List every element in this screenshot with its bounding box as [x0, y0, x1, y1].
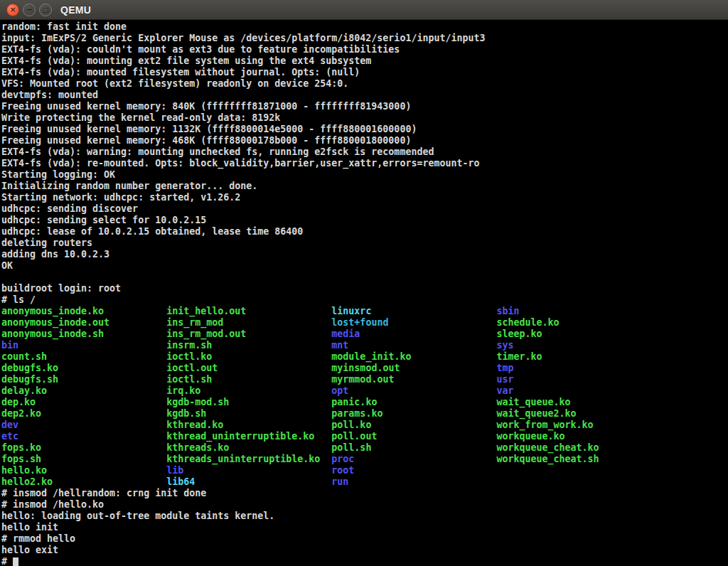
console-line: input: ImExPS/2 Generic Explorer Mouse a… [1, 33, 728, 44]
file-entry: kthread.ko [166, 420, 331, 430]
file-entry: bin [1, 340, 166, 351]
console-line: EXT4-fs (vda): mounting ext2 file system… [1, 55, 728, 67]
maximize-icon: □ [43, 6, 49, 14]
file-entry: usr [497, 374, 662, 385]
file-entry: poll.out [331, 431, 496, 442]
ls-output-row: dep.ko kgdb-mod.sh panic.ko wait_queue.k… [1, 397, 728, 408]
console-line: devtmpfs: mounted [1, 90, 728, 101]
file-entry: insrm.sh [166, 340, 331, 351]
file-entry: poll.ko [331, 420, 496, 430]
file-entry: params.ko [331, 408, 496, 419]
console-line: Freeing unused kernel memory: 1132K (fff… [1, 124, 728, 135]
console-line: adding dns 10.0.2.3 [1, 249, 728, 260]
console-line: Freeing unused kernel memory: 468K (ffff… [1, 135, 728, 146]
console-line: # ls / [1, 294, 728, 306]
ls-output-row: dev kthread.ko poll.ko work_from_work.ko [1, 420, 728, 431]
ls-output-row: fops.ko kthreads.ko poll.sh workqueue_ch… [1, 442, 728, 454]
console-line: random: fast init done [1, 21, 728, 33]
qemu-window: × − □ QEMU random: fast init doneinput: … [0, 0, 728, 566]
console-line: udhcpc: sending select for 10.0.2.15 [1, 215, 728, 226]
file-entry: init_hello.out [166, 306, 331, 316]
file-entry: timer.ko [497, 351, 662, 362]
ls-output-row: dep2.ko kgdb.sh params.ko wait_queue2.ko [1, 408, 728, 420]
file-entry: fops.sh [1, 454, 166, 464]
file-entry: linuxrc [331, 306, 496, 316]
file-entry: hello2.ko [1, 476, 166, 487]
console-line: Initializing random number generator... … [1, 181, 728, 192]
file-entry: run [331, 476, 496, 487]
file-entry: workqueue.ko [497, 431, 662, 442]
ls-output-row: anonymous_inode.out ins_rm_mod lost+foun… [1, 317, 728, 329]
ls-output-row: fops.sh kthreads_uninterruptible.ko proc… [1, 454, 728, 465]
ls-output-row: anonymous_inode.ko init_hello.out linuxr… [1, 306, 728, 317]
file-entry: dep.ko [1, 397, 166, 407]
file-entry: ioctl.ko [166, 351, 331, 362]
console-line: # insmod /hellrandom: crng init done [1, 488, 728, 499]
console-line: hello exit [1, 545, 728, 556]
file-entry: ioctl.sh [166, 374, 331, 385]
file-entry: myrmmod.out [331, 374, 496, 385]
file-entry: var [497, 385, 662, 396]
file-entry: dev [1, 420, 166, 430]
console-line: EXT4-fs (vda): warning: mounting uncheck… [1, 146, 728, 158]
file-entry: sleep.ko [497, 329, 662, 339]
ls-output-row: count.sh ioctl.ko module_init.ko timer.k… [1, 351, 728, 363]
shell-prompt: # [1, 556, 13, 566]
console-line: udhcpc: lease of 10.0.2.15 obtained, lea… [1, 226, 728, 237]
file-entry: fops.ko [1, 442, 166, 453]
file-entry: kthread_uninterruptible.ko [166, 431, 331, 442]
file-entry: sys [497, 340, 662, 351]
file-entry: lib [166, 465, 331, 476]
file-entry: anonymous_inode.out [1, 317, 166, 328]
file-entry: debugfs.ko [1, 363, 166, 373]
file-entry: kthreads.ko [166, 442, 331, 453]
file-entry: ins_rm_mod [166, 317, 331, 328]
file-entry: kthreads_uninterruptible.ko [166, 454, 331, 464]
file-entry: delay.ko [1, 385, 166, 396]
file-entry: anonymous_inode.ko [1, 306, 166, 316]
console-line: Starting network: udhcpc: started, v1.26… [1, 192, 728, 203]
ls-output-row: hello.ko lib root [1, 465, 728, 476]
terminal-screen[interactable]: random: fast init doneinput: ImExPS/2 Ge… [0, 20, 728, 566]
console-line: hello init [1, 522, 728, 533]
file-entry: tmp [497, 363, 662, 373]
terminal-cursor [13, 557, 18, 566]
console-line: # rmmod hello [1, 533, 728, 545]
close-button[interactable]: × [6, 4, 19, 16]
file-entry: anonymous_inode.sh [1, 329, 166, 339]
console-line: udhcpc: sending discover [1, 203, 728, 215]
window-title: QEMU [60, 4, 91, 16]
ls-output-row: debugfs.sh ioctl.sh myrmmod.out usr [1, 374, 728, 385]
window-titlebar[interactable]: × − □ QEMU [0, 0, 728, 20]
console-line: EXT4-fs (vda): mounted filesystem withou… [1, 67, 728, 78]
console-line: # insmod /hello.ko [1, 499, 728, 511]
console-line: EXT4-fs (vda): couldn't mount as ext3 du… [1, 44, 728, 55]
console-line: hello: loading out-of-tree module taints… [1, 511, 728, 522]
file-entry: ioctl.out [166, 363, 331, 373]
file-entry: kgdb.sh [166, 408, 331, 419]
file-entry: proc [331, 454, 496, 464]
file-entry: module_init.ko [331, 351, 496, 362]
console-line: buildroot login: root [1, 283, 728, 294]
maximize-button[interactable]: □ [39, 4, 52, 16]
file-entry: lost+found [331, 317, 496, 328]
file-entry: etc [1, 431, 166, 442]
file-entry: opt [331, 385, 496, 396]
minimize-button[interactable]: − [23, 4, 36, 16]
file-entry: wait_queue.ko [497, 397, 662, 407]
ls-output-row: debugfs.ko ioctl.out myinsmod.out tmp [1, 363, 728, 374]
file-entry: panic.ko [331, 397, 496, 407]
file-entry: hello.ko [1, 465, 166, 476]
ls-output-row: bin insrm.sh mnt sys [1, 340, 728, 351]
console-line: Freeing unused kernel memory: 840K (ffff… [1, 101, 728, 112]
file-entry: wait_queue2.ko [497, 408, 662, 419]
file-entry: ins_rm_mod.out [166, 329, 331, 339]
ls-output-row: anonymous_inode.sh ins_rm_mod.out media … [1, 329, 728, 340]
console-line [1, 272, 728, 283]
console-line: OK [1, 260, 728, 272]
console-line: Write protecting the kernel read-only da… [1, 112, 728, 124]
console-line: VFS: Mounted root (ext2 filesystem) read… [1, 78, 728, 90]
console-line: EXT4-fs (vda): re-mounted. Opts: block_v… [1, 158, 728, 169]
close-icon: × [9, 5, 16, 14]
minimize-icon: − [26, 5, 32, 14]
